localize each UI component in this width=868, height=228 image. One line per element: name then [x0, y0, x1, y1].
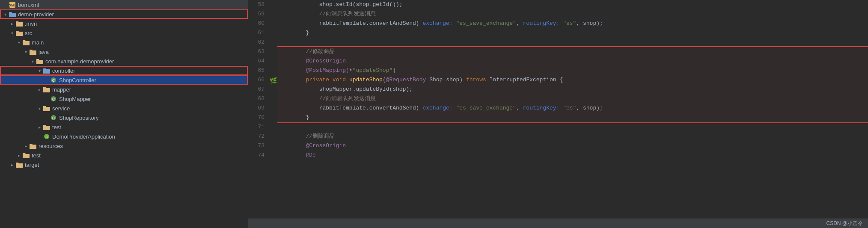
sidebar-item-main[interactable]: ▾main — [0, 38, 248, 47]
sidebar-item-DemoProviderApp[interactable]: ADemoProviderApplication — [0, 132, 248, 141]
code-line: shop.setId(shop.getId()); — [277, 0, 868, 9]
tree-item-label: target — [25, 162, 39, 168]
tree-arrow: ▾ — [9, 31, 15, 36]
line-number: 61 — [248, 28, 265, 38]
tree-item-label: demo-provider — [18, 11, 54, 18]
token-plain: } — [279, 114, 309, 121]
tree-file-icon — [15, 20, 23, 27]
token-str: "updateShop" — [353, 67, 393, 74]
tree-file-icon — [22, 38, 30, 46]
code-editor: 5859606162636465666768697071727374 🌿 sho… — [248, 0, 868, 228]
token-plain: shopMapper.updateById(shop); — [279, 86, 413, 92]
sidebar-item-test[interactable]: ▸test — [0, 151, 248, 160]
line-number: 66 — [248, 75, 265, 85]
sidebar-item-test-inner[interactable]: ▸test — [0, 122, 248, 132]
gutter-row — [269, 47, 277, 56]
spring-gutter-icon: 🌿 — [270, 76, 277, 86]
tree-arrow: ▾ — [2, 12, 9, 17]
line-number: 68 — [248, 94, 265, 104]
token-plain: ( — [383, 77, 386, 83]
svg-text:A: A — [45, 135, 48, 139]
svg-text:C: C — [52, 97, 55, 101]
token-plain: InterruptedException { — [486, 77, 563, 83]
tree-arrow: ▸ — [15, 153, 22, 158]
tree-item-label: ShopMapper — [59, 96, 91, 102]
code-line — [277, 38, 868, 47]
line-numbers: 5859606162636465666768697071727374 — [248, 0, 269, 219]
code-line: //向消息队列发送消息 — [277, 9, 868, 19]
tree-file-icon — [43, 86, 51, 93]
token-plain: rabbitTemplate.convertAndSend( — [279, 105, 419, 111]
gutter-row — [269, 113, 277, 122]
gutter-row — [269, 9, 277, 19]
token-param-label: exchange: — [419, 105, 453, 111]
tree-arrow: ▾ — [22, 50, 29, 54]
sidebar-item-ShopController[interactable]: CShopController — [0, 75, 248, 85]
svg-text:C: C — [52, 116, 55, 120]
token-plain: , shop); — [576, 105, 603, 111]
token-param-label: routingKey: — [523, 105, 560, 111]
code-line: @CrossOrigin — [277, 56, 868, 66]
sidebar-item-ShopMapper[interactable]: CShopMapper — [0, 94, 248, 104]
code-line: } — [277, 28, 868, 38]
token-str: "es" — [563, 20, 576, 27]
code-area: 5859606162636465666768697071727374 🌿 sho… — [248, 0, 868, 219]
tree-item-label: DemoProviderApplication — [52, 133, 115, 140]
gutter-row — [269, 28, 277, 38]
token-kw2: @CrossOrigin — [279, 58, 346, 64]
sidebar-item-java[interactable]: ▾java — [0, 47, 248, 56]
token-plain: ) — [392, 67, 396, 74]
token-plain — [346, 77, 349, 83]
sidebar-item-mapper[interactable]: ▸mapper — [0, 85, 248, 94]
tree-item-label: main — [32, 39, 44, 46]
tree-item-label: com.example.demoprovider — [45, 58, 114, 65]
sidebar-item-controller[interactable]: ▾controller — [0, 66, 248, 75]
gutter-row — [269, 56, 277, 66]
token-plain: , shop); — [576, 20, 603, 27]
code-line: rabbitTemplate.convertAndSend( exchange:… — [277, 104, 868, 113]
token-kw: throws — [466, 77, 486, 83]
sidebar-item-resources[interactable]: ▸resources — [0, 141, 248, 151]
gutter-row — [269, 122, 277, 132]
line-number: 70 — [248, 113, 265, 122]
tree-file-icon — [29, 142, 37, 150]
code-line: private void updateShop(@RequestBody Sho… — [277, 75, 868, 85]
sidebar-item-demo-provider[interactable]: ▾demo-provider — [0, 9, 248, 19]
gutter-row — [269, 141, 277, 151]
sidebar-item-bom-xml[interactable]: XMLbom.xml — [0, 0, 248, 9]
gutter-row — [269, 151, 277, 160]
token-plain: rabbitTemplate.convertAndSend( — [279, 20, 419, 27]
sidebar-item-src[interactable]: ▾src — [0, 28, 248, 38]
tree-file-icon — [22, 151, 30, 159]
tree-file-icon — [29, 48, 37, 56]
tree-item-label: controller — [52, 68, 75, 74]
line-number: 72 — [248, 132, 265, 141]
token-kw2: @RequestBody — [386, 77, 426, 83]
sidebar-item-target[interactable]: ▸target — [0, 160, 248, 169]
line-number: 64 — [248, 56, 265, 66]
sidebar-item-com-example[interactable]: ▾com.example.demoprovider — [0, 56, 248, 66]
line-number: 74 — [248, 151, 265, 160]
tree-file-icon: XML — [9, 1, 16, 9]
tree-arrow: ▸ — [22, 144, 29, 148]
tree-arrow: ▾ — [29, 59, 36, 64]
tree-item-label: ShopRepository — [59, 115, 99, 121]
code-line: rabbitTemplate.convertAndSend( exchange:… — [277, 19, 868, 28]
tree-item-label: test — [52, 124, 61, 130]
line-number: 71 — [248, 122, 265, 132]
token-param-label: routingKey: — [523, 20, 560, 27]
tree-file-icon — [43, 104, 51, 112]
tree-arrow: ▾ — [36, 68, 43, 73]
gutter-row — [269, 0, 277, 9]
tree-arrow: ▸ — [36, 125, 43, 130]
token-plain: , — [516, 20, 523, 27]
token-plain: ☀ — [349, 67, 353, 74]
sidebar-item-service[interactable]: ▾service — [0, 104, 248, 113]
token-plain — [559, 105, 563, 111]
sidebar-item-mvn[interactable]: ▸.mvn — [0, 19, 248, 28]
tree-item-label: ShopController — [59, 77, 96, 83]
sidebar-item-ShopRepository[interactable]: CShopRepository — [0, 113, 248, 122]
code-line: //向消息队列发送消息 — [277, 94, 868, 104]
token-fn: updateShop — [349, 77, 383, 83]
tree-item-label: test — [32, 152, 41, 159]
